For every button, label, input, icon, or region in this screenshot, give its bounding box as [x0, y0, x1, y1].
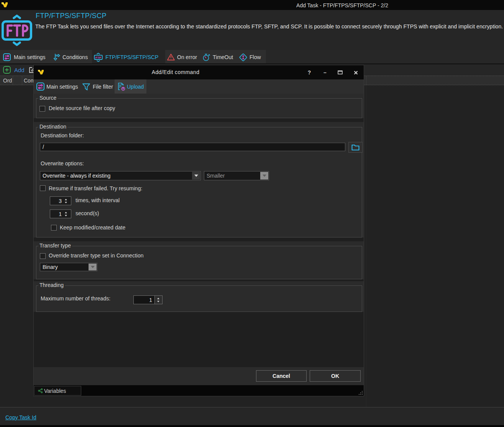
svg-text:FTP: FTP — [95, 56, 101, 59]
